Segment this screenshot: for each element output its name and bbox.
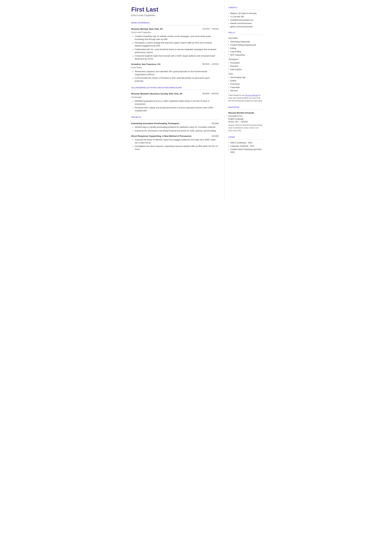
- contact-linkedin: linkedin.com/in/username: [228, 22, 263, 25]
- techniques-label: Techniques:: [228, 58, 263, 61]
- contact-list: Madison, WI (Open to Remote) +1-234-456-…: [228, 12, 263, 28]
- job-2: Growthsi, San Francisco, CA 06/2010 – 12…: [131, 63, 219, 83]
- hard-skills-label: Hard Skills:: [228, 37, 263, 40]
- contact-github: github.com/resumeworded: [228, 25, 263, 28]
- tools-label: Tools:: [228, 72, 263, 75]
- skills-divider: [228, 35, 263, 35]
- job-1-company: Resume Worded, New York, NY: [131, 28, 163, 31]
- subtitle: Entry-Level Copywriter: [131, 14, 219, 17]
- project-2-title: Direct Response Copywriting, A New Metho…: [131, 134, 191, 138]
- tool-semrush: Semrush: [228, 89, 263, 92]
- work-experience-divider: [131, 25, 219, 25]
- project-2-bullets: Assessed the power of effective copies t…: [131, 138, 219, 151]
- technique-data-analysis: Data Analysis: [228, 68, 263, 71]
- volunteering-title: VOLUNTEERING ACTIVITIES AND EXTRACURRICU…: [131, 86, 219, 89]
- other-divider: [228, 139, 263, 140]
- other-search-marketing: Certified Search Marketing Specialist - …: [228, 148, 263, 154]
- work-experience-title: WORK EXPERIENCE: [131, 21, 219, 24]
- volunteering-divider: [131, 90, 219, 90]
- name: First Last: [131, 6, 219, 13]
- project-2-bullet-1: Assessed the power of effective copies t…: [133, 138, 219, 144]
- resume-worded-link[interactable]: Resume Worded: [245, 94, 259, 96]
- vol-1: Resume Worded's Business Society, New Yo…: [131, 92, 219, 112]
- resume-page: First Last Entry-Level Copywriter WORK E…: [125, 0, 267, 201]
- edu-location-date: Boston, MA — 05/2010: [228, 120, 263, 123]
- right-column: CONTACT Madison, WI (Open to Remote) +1-…: [224, 0, 267, 201]
- tool-hemmingway: Hemmingway App: [228, 76, 263, 79]
- skill-creative-writing: Creative Writing (Experienced): [228, 44, 263, 46]
- job-1: Resume Worded, New York, NY 01/2015 – Pr…: [131, 28, 219, 61]
- skill-copy-editing: Copy Editing: [228, 50, 263, 53]
- project-1-date: 05/2009: [211, 122, 219, 125]
- job-1-bullet-4: Composed targeted copies that resonate w…: [133, 55, 219, 61]
- education-section-title: EDUCATION: [228, 106, 263, 109]
- project-1-bullet-2: Examined 20+ techniques to proofread fin…: [133, 129, 219, 132]
- project-2-header: Direct Response Copywriting, A New Metho…: [131, 134, 219, 138]
- tools-list: Hemmingway App Quilbot Grammarly Copycas…: [228, 76, 263, 92]
- skill-advertising: Advertising (Advanced): [228, 40, 263, 43]
- tool-copycaspe: Copycaspe: [228, 86, 263, 89]
- vol-1-bullet-2: Reviewed 240+ original and revised docum…: [133, 106, 219, 112]
- skill-seo: SEO Copywriting: [228, 54, 263, 56]
- job-2-bullets: Researched, prepared, and submitted 730+…: [131, 70, 219, 83]
- skill-editing: Editing: [228, 47, 263, 50]
- education-divider: [228, 109, 263, 110]
- edu-awards: Awards: Resume Worded Teaching Fellow (o…: [228, 124, 263, 132]
- job-1-header: Resume Worded, New York, NY 01/2015 – Pr…: [131, 28, 219, 31]
- job-2-bullet-2: Communicated the mission of Growthsi to …: [133, 77, 219, 83]
- contact-email: email@resumeworded.com: [228, 19, 263, 21]
- other-omca: OMCA Certification - 2020: [228, 141, 263, 144]
- job-1-bullet-1: Created compelling copy for website cont…: [133, 35, 219, 41]
- tool-grammarly: Grammarly: [228, 83, 263, 85]
- project-1-title: Examining Innovative Proofreading Techni…: [131, 122, 179, 125]
- hard-skills-list: Advertising (Advanced) Creative Writing …: [228, 40, 263, 56]
- project-2-bullet-2: Investigated how direct response copywri…: [133, 145, 219, 151]
- technique-research: Research: [228, 65, 263, 68]
- edu-field: English Language: [228, 118, 263, 120]
- job-1-date: 01/2015 – Present: [203, 28, 219, 30]
- job-1-bullets: Created compelling copy for website cont…: [131, 35, 219, 61]
- job-2-date: 06/2010 – 12/2014: [202, 63, 219, 66]
- job-1-bullet-3: Collaborated with 10+ cross-functional t…: [133, 48, 219, 54]
- vol-1-header: Resume Worded's Business Society, New Yo…: [131, 92, 219, 95]
- project-1: Examining Innovative Proofreading Techni…: [131, 122, 219, 132]
- job-2-role: Grant Writer: [131, 66, 219, 69]
- resume-worded-note: • Don't forget to use Resume Worded to s…: [228, 94, 263, 102]
- other-section-title: OTHER: [228, 136, 263, 139]
- contact-section-title: CONTACT: [228, 6, 263, 9]
- project-2-date: 04/2009: [211, 135, 219, 138]
- vol-1-role: Proofreader: [131, 96, 219, 99]
- project-1-bullet-1: Devised ways to identify proofreading pr…: [133, 126, 219, 129]
- vol-1-company: Resume Worded's Business Society, New Yo…: [131, 92, 183, 95]
- other-copywriter: Copywriter Certificate - 2012: [228, 145, 263, 147]
- project-1-header: Examining Innovative Proofreading Techni…: [131, 122, 219, 125]
- job-1-role: Entry-Level Copywriter: [131, 31, 219, 34]
- project-2: Direct Response Copywriting, A New Metho…: [131, 134, 219, 151]
- vol-1-bullets: Identified typographical errors in 1000+…: [131, 100, 219, 112]
- technique-persuasion: Persuasion: [228, 61, 263, 64]
- job-1-bullet-2: Developed a content strategy that improv…: [133, 41, 219, 47]
- other-list: OMCA Certification - 2020 Copywriter Cer…: [228, 141, 263, 154]
- project-1-bullets: Devised ways to identify proofreading pr…: [131, 126, 219, 132]
- contact-phone: +1-234-456-789: [228, 15, 263, 18]
- job-2-company: Growthsi, San Francisco, CA: [131, 63, 161, 66]
- contact-divider: [228, 10, 263, 10]
- tool-quilbot: Quilbot: [228, 79, 263, 82]
- skills-section-title: SKILLS: [228, 31, 263, 34]
- techniques-list: Persuasion Research Data Analysis: [228, 61, 263, 71]
- edu-degree: Associate of Arts: [228, 115, 263, 118]
- vol-1-date: 06/2009 – 04/2010: [202, 92, 219, 95]
- edu-institution: Resume Worded University: [228, 112, 263, 114]
- vol-1-bullet-1: Identified typographical errors in 1000+…: [133, 100, 219, 106]
- job-2-bullet-1: Researched, prepared, and submitted 730+…: [133, 70, 219, 76]
- left-column: First Last Entry-Level Copywriter WORK E…: [125, 0, 224, 201]
- projects-title: PROJECTS: [131, 116, 219, 119]
- projects-divider: [131, 119, 219, 120]
- contact-location: Madison, WI (Open to Remote): [228, 12, 263, 15]
- job-2-header: Growthsi, San Francisco, CA 06/2010 – 12…: [131, 63, 219, 66]
